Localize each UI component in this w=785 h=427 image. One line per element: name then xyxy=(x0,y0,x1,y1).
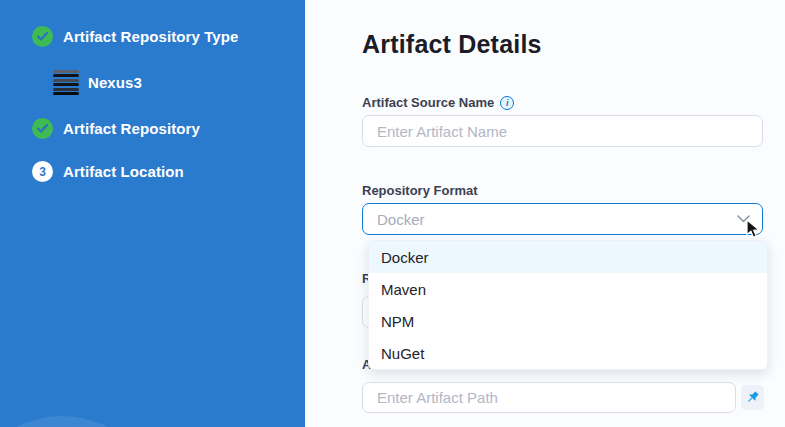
artifact-source-name-label: Artifact Source Name i xyxy=(362,95,514,110)
menu-item-nuget[interactable]: NuGet xyxy=(369,337,767,369)
step-label: Artifact Repository Type xyxy=(63,28,239,45)
menu-item-maven[interactable]: Maven xyxy=(369,273,767,305)
chevron-down-icon[interactable] xyxy=(736,212,750,226)
step-complete-check-icon xyxy=(32,26,53,47)
wizard-sidebar: Artifact Repository Type Nexus3 Artifact… xyxy=(0,0,305,427)
sidebar-step-artifact-repository-type[interactable]: Artifact Repository Type xyxy=(32,26,239,47)
step-label: Artifact Location xyxy=(63,163,184,180)
step-complete-check-icon xyxy=(32,118,53,139)
substep-label: Nexus3 xyxy=(88,74,142,91)
repository-format-select[interactable]: Docker xyxy=(362,203,763,235)
pin-icon xyxy=(745,390,760,405)
info-icon[interactable]: i xyxy=(500,96,514,110)
menu-item-docker[interactable]: Docker xyxy=(369,241,767,273)
artifact-name-input[interactable] xyxy=(362,115,763,147)
label-text: Repository Format xyxy=(362,183,478,198)
artifact-path-input[interactable] xyxy=(362,382,736,413)
repository-format-label: Repository Format xyxy=(362,183,478,198)
sidebar-substep-nexus3[interactable]: Nexus3 xyxy=(53,69,142,96)
step-number-badge: 3 xyxy=(32,161,53,182)
step-label: Artifact Repository xyxy=(63,120,200,137)
sidebar-step-artifact-repository[interactable]: Artifact Repository xyxy=(32,118,200,139)
pin-button[interactable] xyxy=(741,385,764,410)
sidebar-step-artifact-location[interactable]: 3 Artifact Location xyxy=(32,161,184,182)
artifact-wizard-screen: Artifact Repository Type Nexus3 Artifact… xyxy=(0,0,785,427)
artifact-details-panel: Artifact Details Artifact Source Name i … xyxy=(305,0,785,427)
page-title: Artifact Details xyxy=(362,30,542,59)
label-text: Artifact Source Name xyxy=(362,95,494,110)
repository-format-dropdown-menu: Docker Maven NPM NuGet xyxy=(368,240,768,370)
nexus3-icon xyxy=(53,69,79,96)
menu-item-npm[interactable]: NPM xyxy=(369,305,767,337)
select-value: Docker xyxy=(377,211,736,228)
decorative-circle xyxy=(0,416,162,427)
